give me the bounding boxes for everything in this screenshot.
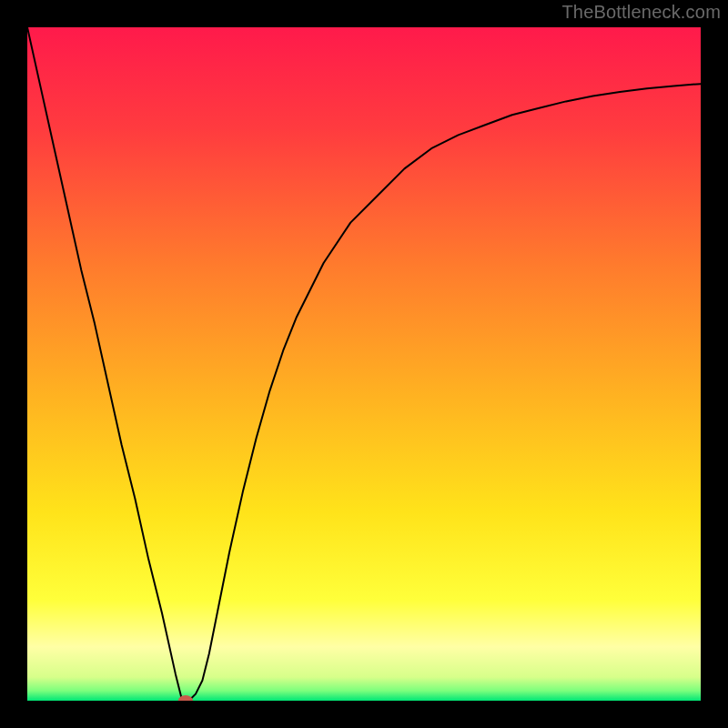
chart-frame: TheBottleneck.com [0, 0, 728, 728]
gradient-background [27, 27, 701, 701]
plot-svg [27, 27, 701, 701]
plot-area [27, 27, 701, 701]
watermark-text: TheBottleneck.com [561, 2, 721, 23]
